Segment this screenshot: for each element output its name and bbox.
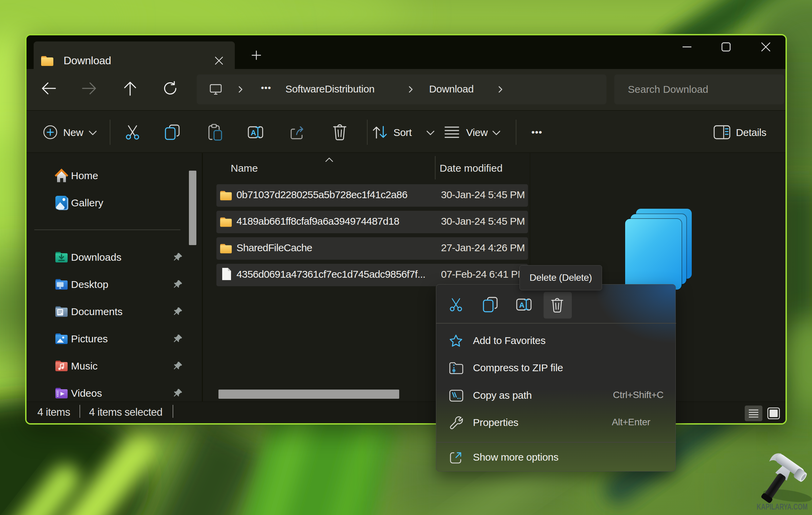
svg-text:A: A bbox=[251, 128, 256, 137]
svg-text:KAPILARYA.COM: KAPILARYA.COM bbox=[757, 502, 808, 511]
svg-text:A: A bbox=[519, 301, 525, 309]
